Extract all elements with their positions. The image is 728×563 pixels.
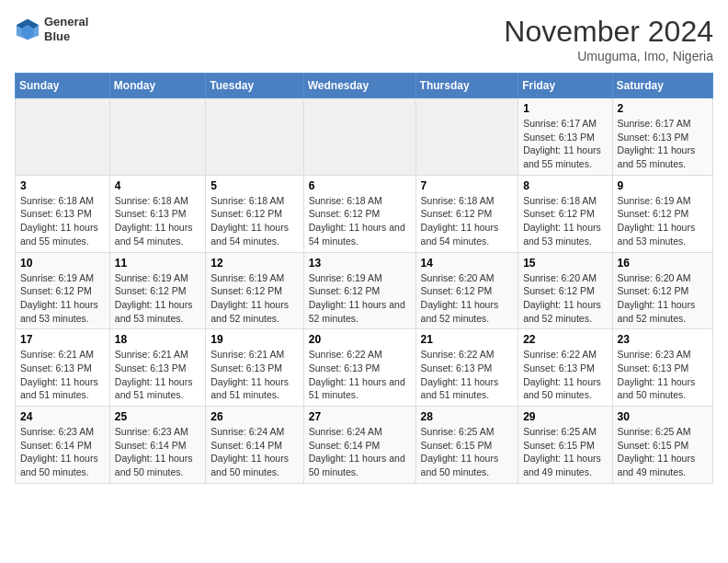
calendar-cell bbox=[415, 98, 518, 176]
calendar-cell bbox=[206, 98, 303, 176]
day-info: Sunrise: 6:19 AM Sunset: 6:12 PM Dayligh… bbox=[20, 271, 105, 326]
calendar-week-2: 3Sunrise: 6:18 AM Sunset: 6:13 PM Daylig… bbox=[16, 175, 713, 252]
day-info: Sunrise: 6:19 AM Sunset: 6:12 PM Dayligh… bbox=[115, 271, 200, 326]
day-number: 22 bbox=[523, 333, 607, 346]
day-info: Sunrise: 6:17 AM Sunset: 6:13 PM Dayligh… bbox=[523, 117, 607, 171]
logo-icon bbox=[15, 17, 40, 42]
day-info: Sunrise: 6:18 AM Sunset: 6:12 PM Dayligh… bbox=[421, 194, 514, 248]
day-info: Sunrise: 6:21 AM Sunset: 6:13 PM Dayligh… bbox=[210, 348, 298, 402]
calendar-cell bbox=[16, 98, 110, 176]
day-info: Sunrise: 6:22 AM Sunset: 6:13 PM Dayligh… bbox=[523, 348, 607, 402]
day-number: 27 bbox=[309, 410, 411, 423]
calendar-week-3: 10Sunrise: 6:19 AM Sunset: 6:12 PM Dayli… bbox=[16, 252, 713, 329]
weekday-header-saturday: Saturday bbox=[612, 74, 712, 98]
day-number: 30 bbox=[618, 410, 708, 423]
calendar-cell: 18Sunrise: 6:21 AM Sunset: 6:13 PM Dayli… bbox=[109, 329, 205, 407]
calendar-cell: 23Sunrise: 6:23 AM Sunset: 6:13 PM Dayli… bbox=[612, 329, 712, 407]
calendar-cell: 11Sunrise: 6:19 AM Sunset: 6:12 PM Dayli… bbox=[109, 252, 205, 329]
day-number: 19 bbox=[210, 333, 298, 346]
day-info: Sunrise: 6:18 AM Sunset: 6:12 PM Dayligh… bbox=[309, 194, 411, 248]
logo-line1: General bbox=[44, 15, 88, 29]
title-section: November 2024 Umuguma, Imo, Nigeria bbox=[504, 15, 713, 63]
calendar-cell: 15Sunrise: 6:20 AM Sunset: 6:12 PM Dayli… bbox=[518, 252, 612, 329]
calendar-cell: 7Sunrise: 6:18 AM Sunset: 6:12 PM Daylig… bbox=[415, 175, 518, 252]
day-info: Sunrise: 6:19 AM Sunset: 6:12 PM Dayligh… bbox=[210, 271, 298, 326]
day-info: Sunrise: 6:19 AM Sunset: 6:12 PM Dayligh… bbox=[309, 271, 411, 326]
calendar-cell: 10Sunrise: 6:19 AM Sunset: 6:12 PM Dayli… bbox=[16, 252, 110, 329]
day-number: 3 bbox=[20, 179, 105, 192]
calendar-cell: 27Sunrise: 6:24 AM Sunset: 6:14 PM Dayli… bbox=[303, 407, 415, 484]
day-info: Sunrise: 6:23 AM Sunset: 6:14 PM Dayligh… bbox=[20, 425, 105, 479]
day-number: 15 bbox=[523, 257, 607, 270]
day-info: Sunrise: 6:20 AM Sunset: 6:12 PM Dayligh… bbox=[523, 271, 607, 326]
day-number: 8 bbox=[523, 179, 607, 192]
calendar-cell: 17Sunrise: 6:21 AM Sunset: 6:13 PM Dayli… bbox=[16, 329, 110, 407]
day-info: Sunrise: 6:23 AM Sunset: 6:14 PM Dayligh… bbox=[115, 425, 200, 479]
calendar-cell: 6Sunrise: 6:18 AM Sunset: 6:12 PM Daylig… bbox=[303, 175, 415, 252]
calendar-table: SundayMondayTuesdayWednesdayThursdayFrid… bbox=[15, 73, 713, 484]
calendar-week-4: 17Sunrise: 6:21 AM Sunset: 6:13 PM Dayli… bbox=[16, 329, 713, 407]
calendar-cell: 19Sunrise: 6:21 AM Sunset: 6:13 PM Dayli… bbox=[206, 329, 303, 407]
day-info: Sunrise: 6:17 AM Sunset: 6:13 PM Dayligh… bbox=[618, 117, 708, 171]
day-number: 12 bbox=[210, 257, 298, 270]
day-number: 7 bbox=[421, 179, 514, 192]
day-info: Sunrise: 6:25 AM Sunset: 6:15 PM Dayligh… bbox=[421, 425, 514, 479]
calendar-cell: 1Sunrise: 6:17 AM Sunset: 6:13 PM Daylig… bbox=[518, 98, 612, 176]
calendar-cell: 13Sunrise: 6:19 AM Sunset: 6:12 PM Dayli… bbox=[303, 252, 415, 329]
day-info: Sunrise: 6:24 AM Sunset: 6:14 PM Dayligh… bbox=[210, 425, 298, 479]
day-number: 28 bbox=[421, 410, 514, 423]
day-number: 29 bbox=[523, 410, 607, 423]
day-number: 16 bbox=[618, 257, 708, 270]
calendar-cell bbox=[303, 98, 415, 176]
logo-line2: Blue bbox=[44, 29, 88, 44]
weekday-header-monday: Monday bbox=[109, 74, 205, 98]
day-info: Sunrise: 6:20 AM Sunset: 6:12 PM Dayligh… bbox=[618, 271, 708, 326]
day-info: Sunrise: 6:24 AM Sunset: 6:14 PM Dayligh… bbox=[309, 425, 411, 479]
day-number: 18 bbox=[115, 333, 200, 346]
day-info: Sunrise: 6:21 AM Sunset: 6:13 PM Dayligh… bbox=[20, 348, 105, 402]
calendar-cell: 28Sunrise: 6:25 AM Sunset: 6:15 PM Dayli… bbox=[415, 407, 518, 484]
calendar-cell: 5Sunrise: 6:18 AM Sunset: 6:12 PM Daylig… bbox=[206, 175, 303, 252]
calendar-cell: 3Sunrise: 6:18 AM Sunset: 6:13 PM Daylig… bbox=[16, 175, 110, 252]
day-number: 13 bbox=[309, 257, 411, 270]
logo-text: General Blue bbox=[44, 15, 88, 43]
weekday-header-thursday: Thursday bbox=[415, 74, 518, 98]
day-number: 25 bbox=[115, 410, 200, 423]
calendar-cell: 26Sunrise: 6:24 AM Sunset: 6:14 PM Dayli… bbox=[206, 407, 303, 484]
day-info: Sunrise: 6:22 AM Sunset: 6:13 PM Dayligh… bbox=[309, 348, 411, 402]
calendar-cell: 9Sunrise: 6:19 AM Sunset: 6:12 PM Daylig… bbox=[612, 175, 712, 252]
day-number: 17 bbox=[20, 333, 105, 346]
day-info: Sunrise: 6:21 AM Sunset: 6:13 PM Dayligh… bbox=[115, 348, 200, 402]
day-number: 9 bbox=[618, 179, 708, 192]
calendar-cell: 14Sunrise: 6:20 AM Sunset: 6:12 PM Dayli… bbox=[415, 252, 518, 329]
weekday-header-row: SundayMondayTuesdayWednesdayThursdayFrid… bbox=[16, 74, 713, 98]
calendar-cell: 8Sunrise: 6:18 AM Sunset: 6:12 PM Daylig… bbox=[518, 175, 612, 252]
day-info: Sunrise: 6:18 AM Sunset: 6:12 PM Dayligh… bbox=[210, 194, 298, 248]
logo: General Blue bbox=[15, 15, 88, 43]
day-number: 21 bbox=[421, 333, 514, 346]
day-info: Sunrise: 6:19 AM Sunset: 6:12 PM Dayligh… bbox=[618, 194, 708, 248]
day-info: Sunrise: 6:23 AM Sunset: 6:13 PM Dayligh… bbox=[618, 348, 708, 402]
header: General Blue November 2024 Umuguma, Imo,… bbox=[15, 15, 713, 63]
day-info: Sunrise: 6:20 AM Sunset: 6:12 PM Dayligh… bbox=[421, 271, 514, 326]
calendar-cell: 24Sunrise: 6:23 AM Sunset: 6:14 PM Dayli… bbox=[16, 407, 110, 484]
day-number: 26 bbox=[210, 410, 298, 423]
subtitle: Umuguma, Imo, Nigeria bbox=[504, 49, 713, 63]
weekday-header-sunday: Sunday bbox=[16, 74, 110, 98]
day-number: 5 bbox=[210, 179, 298, 192]
day-number: 14 bbox=[421, 257, 514, 270]
day-number: 2 bbox=[618, 102, 708, 115]
day-number: 24 bbox=[20, 410, 105, 423]
day-number: 6 bbox=[309, 179, 411, 192]
weekday-header-friday: Friday bbox=[518, 74, 612, 98]
calendar-cell: 4Sunrise: 6:18 AM Sunset: 6:13 PM Daylig… bbox=[109, 175, 205, 252]
day-info: Sunrise: 6:25 AM Sunset: 6:15 PM Dayligh… bbox=[523, 425, 607, 479]
day-info: Sunrise: 6:18 AM Sunset: 6:13 PM Dayligh… bbox=[115, 194, 200, 248]
day-info: Sunrise: 6:25 AM Sunset: 6:15 PM Dayligh… bbox=[618, 425, 708, 479]
day-number: 20 bbox=[309, 333, 411, 346]
calendar-cell: 25Sunrise: 6:23 AM Sunset: 6:14 PM Dayli… bbox=[109, 407, 205, 484]
day-info: Sunrise: 6:18 AM Sunset: 6:13 PM Dayligh… bbox=[20, 194, 105, 248]
calendar-cell: 21Sunrise: 6:22 AM Sunset: 6:13 PM Dayli… bbox=[415, 329, 518, 407]
calendar-cell: 16Sunrise: 6:20 AM Sunset: 6:12 PM Dayli… bbox=[612, 252, 712, 329]
calendar-cell bbox=[109, 98, 205, 176]
